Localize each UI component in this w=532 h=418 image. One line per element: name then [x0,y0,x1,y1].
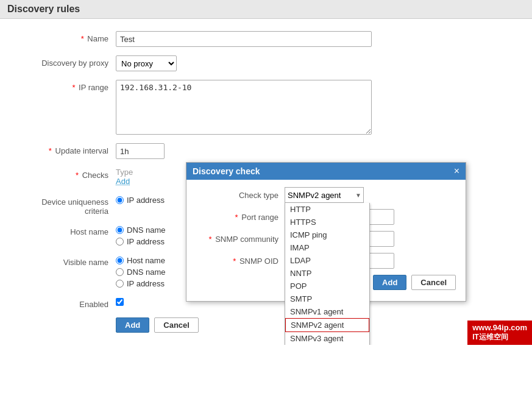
watermark: www.94ip.com IT运维空间 [467,321,532,345]
proxy-row: Discovery by proxy No proxy [18,55,514,71]
page-title: Discovery rules [7,4,80,14]
watermark-line2: IT运维空间 [472,332,527,342]
enabled-checkbox-container [116,297,124,306]
name-label: * Name [18,31,116,43]
modal-body: Check type SNMPv2 agent ▼ HTTP HTTPS ICM… [186,180,466,301]
host-name-label: Host name [18,224,116,236]
dropdown-item-snmpv1[interactable]: SNMPv1 agent [285,305,369,318]
dropdown-item-nntp[interactable]: NNTP [285,267,369,280]
device-uniqueness-ip-item: IP address [116,196,165,205]
visible-name-group: Host name DNS name IP address [116,255,166,288]
host-name-ip-label: IP address [127,237,165,246]
enabled-checkbox[interactable] [116,298,124,306]
check-type-dropdown[interactable]: HTTP HTTPS ICMP ping IMAP LDAP NNTP POP … [285,203,370,345]
dropdown-item-smtp[interactable]: SMTP [285,292,369,305]
visible-name-dns-label: DNS name [127,267,166,277]
visible-name-dns-radio[interactable] [116,268,124,276]
device-uniqueness-ip-label: IP address [127,196,165,205]
discovery-check-modal: Discovery check × Check type SNMPv2 agen… [186,162,466,302]
visible-name-ip-item: IP address [116,279,166,288]
host-name-dns-radio[interactable] [116,226,124,234]
page-header: Discovery rules [0,0,532,19]
modal-overlay: Discovery check × Check type SNMPv2 agen… [186,162,466,302]
proxy-select[interactable]: No proxy [116,55,177,71]
host-name-ip-item: IP address [116,237,166,246]
visible-name-dns-item: DNS name [116,267,166,277]
dropdown-item-https[interactable]: HTTPS [285,216,369,228]
modal-cancel-button[interactable]: Cancel [411,275,456,290]
host-name-dns-item: DNS name [116,225,166,235]
dropdown-item-ldap[interactable]: LDAP [285,254,369,267]
check-type-row: Check type SNMPv2 agent ▼ HTTP HTTPS ICM… [196,187,456,203]
host-name-group: DNS name IP address [116,224,166,246]
check-type-select[interactable]: SNMPv2 agent [285,187,364,203]
checks-content: Type Add [116,168,133,186]
modal-close-button[interactable]: × [454,166,459,176]
name-input[interactable] [116,31,372,47]
modal-header: Discovery check × [186,163,466,180]
dropdown-item-snmpv3[interactable]: SNMPv3 agent [285,332,369,345]
visible-name-host-radio[interactable] [116,257,124,264]
device-uniqueness-ip-radio[interactable] [116,196,124,204]
ip-range-input[interactable]: 192.168.31.2-10 [116,80,372,135]
device-uniqueness-group: IP address [116,194,165,205]
visible-name-host-item: Host name [116,256,166,265]
modal-add-button[interactable]: Add [373,275,406,290]
visible-name-ip-radio[interactable] [116,280,124,288]
update-interval-input[interactable] [116,143,165,159]
visible-name-host-label: Host name [127,256,165,265]
device-uniqueness-label: Device uniqueness criteria [18,194,116,216]
ip-range-row: * IP range 192.168.31.2-10 [18,80,514,135]
snmp-community-label: * SNMP community [196,235,285,244]
check-type-wrapper: SNMPv2 agent ▼ HTTP HTTPS ICMP ping IMAP… [285,187,364,203]
host-name-dns-label: DNS name [127,225,166,235]
proxy-label: Discovery by proxy [18,55,116,68]
name-row: * Name [18,31,514,47]
host-name-ip-radio[interactable] [116,238,124,246]
enabled-label: Enabled [18,297,116,309]
checks-add-link[interactable]: Add [116,177,133,186]
checks-type-header: Type [116,168,133,177]
dropdown-item-http[interactable]: HTTP [285,203,369,216]
dropdown-item-imap[interactable]: IMAP [285,241,369,254]
update-interval-row: * Update interval [18,143,514,159]
update-interval-label: * Update interval [18,143,116,155]
port-range-label: * Port range [196,213,285,222]
form-add-button[interactable]: Add [116,317,149,333]
form-cancel-button[interactable]: Cancel [154,317,199,333]
snmp-oid-label: * SNMP OID [196,257,285,266]
dropdown-item-snmpv2[interactable]: SNMPv2 agent [285,318,369,332]
dropdown-item-pop[interactable]: POP [285,280,369,292]
check-type-label: Check type [196,191,285,200]
dropdown-item-icmp[interactable]: ICMP ping [285,228,369,241]
modal-title: Discovery check [193,166,260,176]
visible-name-ip-label: IP address [127,279,165,288]
ip-range-label: * IP range [18,80,116,92]
checks-label: * Checks [18,168,116,180]
watermark-line1: www.94ip.com [472,323,527,332]
visible-name-label: Visible name [18,255,116,267]
